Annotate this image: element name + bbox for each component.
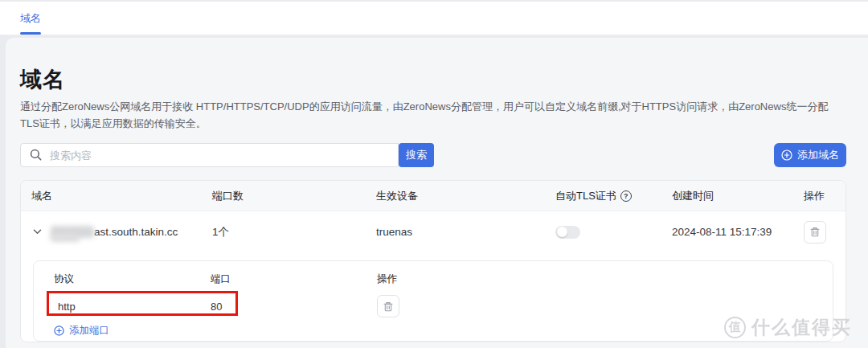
auto-tls-cell <box>555 226 672 239</box>
trash-icon <box>383 301 393 312</box>
tab-bar: 域名 <box>0 2 868 35</box>
table-row: ast.south.takin.cc 1个 truenas 2024-08-11… <box>21 211 845 252</box>
watermark-text: 什么值得买 <box>751 315 852 340</box>
header-port-count: 端口数 <box>212 189 376 203</box>
created-at-cell: 2024-08-11 15:17:39 <box>672 226 804 238</box>
header-auto-tls-label: 自动TLS证书 <box>555 189 616 203</box>
search-button[interactable]: 搜索 <box>399 143 434 167</box>
domain-text: ast.south.takin.cc <box>94 226 178 238</box>
search-group: 搜索 <box>20 143 434 167</box>
header-port-actions: 操作 <box>377 272 833 286</box>
domain-cell: ast.south.takin.cc <box>21 225 212 240</box>
tab-domain[interactable]: 域名 <box>20 2 41 35</box>
search-input[interactable] <box>20 143 399 167</box>
add-port-label: 添加端口 <box>69 324 109 338</box>
trash-icon <box>810 227 820 237</box>
domain-table: 域名 端口数 生效设备 自动TLS证书 ? 创建时间 操作 ast.south.… <box>20 180 846 342</box>
redacted-domain-prefix <box>52 225 94 240</box>
tab-active-underline <box>20 32 41 35</box>
domain-management-page: 域名 域名 通过分配ZeroNews公网域名用于接收 HTTP/HTTPS/TC… <box>0 0 868 348</box>
add-domain-button[interactable]: 添加域名 <box>774 143 846 167</box>
header-auto-tls: 自动TLS证书 ? <box>555 189 672 203</box>
tab-domain-label: 域名 <box>20 11 41 26</box>
header-device: 生效设备 <box>376 189 555 203</box>
table-header-row: 域名 端口数 生效设备 自动TLS证书 ? 创建时间 操作 <box>21 181 845 211</box>
watermark-badge: 值 <box>724 317 746 338</box>
header-domain: 域名 <box>21 189 212 203</box>
device-cell: truenas <box>376 226 555 238</box>
protocol-cell: http <box>34 301 211 313</box>
add-domain-label: 添加域名 <box>797 148 839 162</box>
search-icon <box>30 149 42 164</box>
port-row: http 80 <box>34 294 833 318</box>
ports-header-row: 协议 端口 操作 <box>34 272 833 286</box>
delete-domain-button[interactable] <box>804 221 826 244</box>
add-port-link[interactable]: 添加端口 <box>54 324 109 338</box>
plus-circle-icon <box>54 325 64 336</box>
watermark: 值 什么值得买 <box>724 315 852 340</box>
chevron-down-icon[interactable] <box>33 229 42 235</box>
main-panel: 域名 通过分配ZeroNews公网域名用于接收 HTTP/HTTPS/TCP/U… <box>6 38 868 348</box>
header-actions: 操作 <box>804 189 845 203</box>
page-description: 通过分配ZeroNews公网域名用于接收 HTTP/HTTPS/TCP/UDP的… <box>20 98 840 132</box>
header-port: 端口 <box>211 272 377 286</box>
port-actions-cell <box>377 295 833 317</box>
page-title: 域名 <box>20 65 65 94</box>
ports-subpanel: 协议 端口 操作 http 80 <box>33 260 833 342</box>
tls-toggle-off[interactable] <box>555 226 580 239</box>
header-created-at: 创建时间 <box>672 189 804 203</box>
port-cell: 80 <box>211 301 377 313</box>
delete-port-button[interactable] <box>377 295 399 317</box>
header-protocol: 协议 <box>34 272 211 286</box>
actions-cell <box>804 221 845 244</box>
port-count-cell: 1个 <box>212 225 376 240</box>
plus-circle-icon <box>781 149 792 161</box>
search-input-wrap <box>20 143 399 167</box>
help-icon[interactable]: ? <box>620 190 632 202</box>
